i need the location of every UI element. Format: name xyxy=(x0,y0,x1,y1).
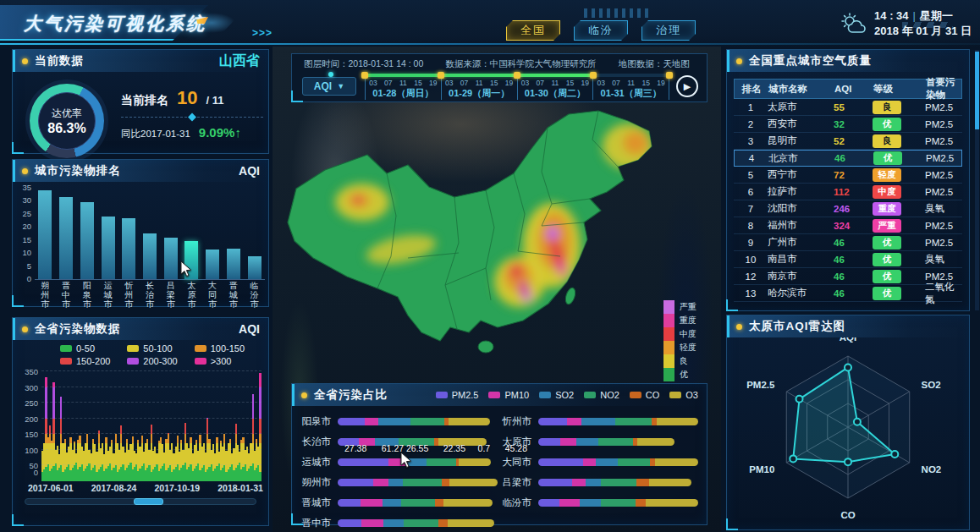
aqi-bar[interactable] xyxy=(38,190,52,279)
aqi-bar[interactable] xyxy=(227,249,240,279)
timeline-marker[interactable] xyxy=(590,72,597,79)
scrollbar-thumb[interactable] xyxy=(975,52,979,129)
legend-label: 0-50 xyxy=(76,343,95,354)
legend-swatch xyxy=(127,358,139,365)
legend-item[interactable]: NO2 xyxy=(584,390,619,400)
bar-segment xyxy=(438,519,448,527)
metric-dropdown[interactable]: AQI ▼ xyxy=(302,77,356,96)
city-label: 吕梁市 xyxy=(165,282,177,309)
bar-segment xyxy=(45,419,47,435)
time-slider[interactable]: 030711151901-28（周日）030711151901-29（周一）03… xyxy=(365,74,669,99)
table-row[interactable]: 6拉萨市112中度PM2.5 xyxy=(734,184,962,200)
aqi-bar[interactable] xyxy=(122,218,135,280)
chevrons-decoration: >>> xyxy=(252,27,273,39)
table-row[interactable]: 9广州市46优PM2.5 xyxy=(734,234,962,251)
stacked-bar[interactable] xyxy=(338,458,498,466)
legend-swatch xyxy=(195,345,206,352)
legend-item[interactable]: 150-200 xyxy=(60,356,127,366)
slider-thumb[interactable] xyxy=(134,498,163,505)
level-cell: 优 xyxy=(873,151,926,165)
legend-label: >300 xyxy=(211,356,232,366)
legend-item[interactable]: SO2 xyxy=(539,390,574,400)
bar-segment xyxy=(403,479,441,486)
stacked-bar-fill xyxy=(338,499,493,507)
tab-governance[interactable]: 治理 xyxy=(641,20,696,41)
table-row[interactable]: 1太原市55良PM2.5 xyxy=(734,99,962,116)
aqi-bar[interactable] xyxy=(248,256,262,279)
play-button[interactable]: ▶ xyxy=(676,75,698,97)
city-label: 忻州市 xyxy=(123,282,135,309)
bar-segment xyxy=(252,394,254,419)
aqi-bar[interactable] xyxy=(143,233,157,279)
aqi-bar[interactable] xyxy=(206,250,219,279)
legend-item[interactable]: 200-300 xyxy=(127,356,194,366)
bar-segment xyxy=(259,443,261,471)
timeline-marker[interactable] xyxy=(361,72,368,79)
tab-linfen[interactable]: 临汾 xyxy=(574,20,628,41)
table-row[interactable]: 5西宁市72轻度PM2.5 xyxy=(734,167,962,184)
aqi-bar[interactable] xyxy=(102,217,115,279)
stacked-bar[interactable] xyxy=(538,479,698,486)
hour-tick: 07 xyxy=(612,79,619,87)
legend-item[interactable]: 0-50 xyxy=(60,343,127,354)
bar-segment xyxy=(538,438,560,446)
bar-segment xyxy=(435,499,443,507)
rank-cell: 2 xyxy=(734,119,768,129)
legend-item[interactable]: PM2.5 xyxy=(436,390,479,400)
stacked-bar[interactable] xyxy=(538,499,698,507)
legend-item[interactable]: O3 xyxy=(669,390,698,400)
timeline-day[interactable]: 030711151901-31（周三） xyxy=(592,78,669,100)
hour-tick: 19 xyxy=(657,79,664,87)
bar-segment xyxy=(459,458,491,466)
bar-segment xyxy=(242,437,244,444)
timeline-marker[interactable] xyxy=(514,72,520,79)
bar-segment xyxy=(442,479,449,486)
table-row[interactable]: 2西安市32优PM2.5 xyxy=(734,116,962,133)
timeline-marker[interactable] xyxy=(438,72,444,79)
stacked-bar[interactable] xyxy=(338,479,498,486)
legend-item[interactable]: 100-150 xyxy=(195,343,262,354)
legend-item[interactable]: PM10 xyxy=(488,390,529,400)
table-row[interactable]: 13哈尔滨市46优二氧化氮 xyxy=(734,285,962,302)
city-air-quality-table: 排名城市名称AQI等级首要污染物 1太原市55良PM2.52西安市32优PM2.… xyxy=(734,79,962,302)
bar-segment xyxy=(586,479,601,486)
hour-tick: 19 xyxy=(429,79,437,87)
tab-national[interactable]: 全国 xyxy=(506,20,560,41)
stacked-bar[interactable] xyxy=(338,499,498,507)
bar-segment xyxy=(252,419,254,435)
timeline-day[interactable]: 030711151901-28（周日） xyxy=(365,78,441,100)
table-row[interactable]: 3昆明市52良PM2.5 xyxy=(734,133,962,150)
city-rank-chart: 05101520253035 朔州市晋中市阳泉市运城市忻州市长治市吕梁市太原市大… xyxy=(35,184,265,307)
table-row[interactable]: 4北京市46优PM2.5 xyxy=(734,150,962,167)
table-row[interactable]: 8福州市324严重PM2.5 xyxy=(734,217,962,234)
legend-item[interactable]: CO xyxy=(630,390,660,400)
city-cell: 西宁市 xyxy=(768,168,834,181)
stacked-bar[interactable] xyxy=(338,519,498,527)
table-row[interactable]: 7沈阳市246重度臭氧 xyxy=(734,200,962,217)
y-tick: 250 xyxy=(25,398,38,408)
table-row[interactable]: 10南昌市46优臭氧 xyxy=(734,251,962,268)
stacked-bar[interactable] xyxy=(538,438,698,446)
bar-segment xyxy=(252,434,254,443)
scrollbar-track[interactable] xyxy=(975,50,979,310)
aqi-bar[interactable] xyxy=(59,197,73,279)
pollutant-cell: 臭氧 xyxy=(925,253,962,266)
stacked-bar[interactable] xyxy=(338,418,498,425)
timeline-day[interactable]: 030711151901-30（周二） xyxy=(517,78,593,100)
x-tick: 2018-01-31 xyxy=(217,483,263,493)
stacked-bar[interactable] xyxy=(538,458,698,466)
stacked-bar[interactable] xyxy=(538,418,698,425)
metric-indicator-dot xyxy=(328,72,333,77)
bar-segment xyxy=(45,387,47,419)
timeline-marker[interactable] xyxy=(666,72,673,79)
bullet-dot-icon xyxy=(736,324,742,330)
y-tick: 100 xyxy=(25,445,38,454)
legend-swatch xyxy=(663,314,674,327)
aqi-bar[interactable] xyxy=(80,202,94,279)
legend-item[interactable]: 50-100 xyxy=(127,343,194,354)
level-cell: 轻度 xyxy=(873,168,925,182)
data-zoom-slider[interactable] xyxy=(25,498,256,505)
aqi-bar[interactable] xyxy=(164,238,178,279)
legend-item[interactable]: >300 xyxy=(195,356,262,366)
timeline-day[interactable]: 030711151901-29（周一） xyxy=(441,78,517,100)
